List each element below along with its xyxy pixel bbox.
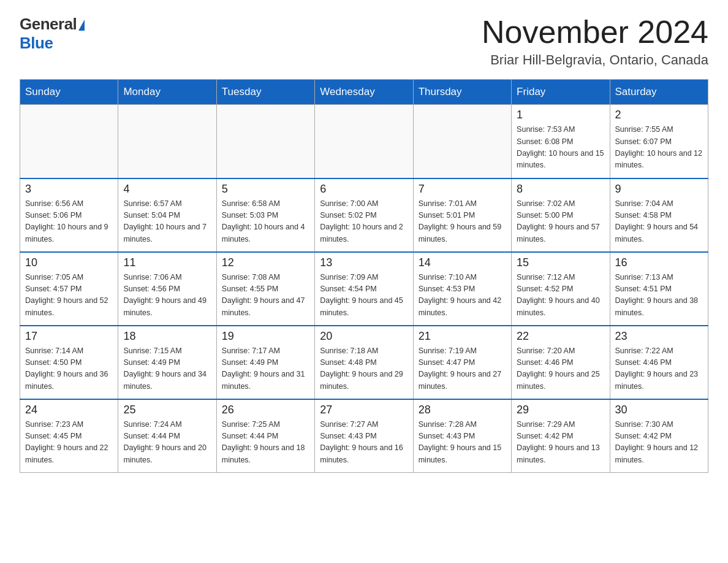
weekday-header-wednesday: Wednesday	[315, 80, 413, 105]
calendar-day-cell: 12Sunrise: 7:08 AMSunset: 4:55 PMDayligh…	[216, 252, 314, 326]
calendar-day-cell: 5Sunrise: 6:58 AMSunset: 5:03 PMDaylight…	[216, 178, 314, 252]
calendar-week-row: 24Sunrise: 7:23 AMSunset: 4:45 PMDayligh…	[20, 399, 708, 473]
calendar-day-cell: 22Sunrise: 7:20 AMSunset: 4:46 PMDayligh…	[512, 326, 610, 399]
page-header: General Blue November 2024 Briar Hill-Be…	[20, 15, 708, 68]
day-info: Sunrise: 7:12 AMSunset: 4:52 PMDaylight:…	[517, 272, 604, 320]
title-block: November 2024 Briar Hill-Belgravia, Onta…	[482, 15, 708, 68]
day-number: 27	[320, 404, 408, 416]
calendar-day-cell: 27Sunrise: 7:27 AMSunset: 4:43 PMDayligh…	[315, 399, 413, 473]
day-info: Sunrise: 7:22 AMSunset: 4:46 PMDaylight:…	[615, 345, 703, 393]
calendar-day-cell	[20, 105, 118, 178]
day-number: 5	[222, 183, 309, 196]
day-info: Sunrise: 7:27 AMSunset: 4:43 PMDaylight:…	[320, 419, 408, 467]
day-number: 19	[222, 330, 309, 343]
calendar-day-cell: 14Sunrise: 7:10 AMSunset: 4:53 PMDayligh…	[413, 252, 511, 326]
day-number: 7	[419, 183, 506, 196]
calendar-day-cell: 6Sunrise: 7:00 AMSunset: 5:02 PMDaylight…	[315, 178, 413, 252]
day-number: 18	[123, 330, 211, 343]
location-title: Briar Hill-Belgravia, Ontario, Canada	[482, 52, 708, 68]
weekday-header-saturday: Saturday	[610, 80, 708, 105]
weekday-header-thursday: Thursday	[413, 80, 511, 105]
calendar-day-cell	[118, 105, 216, 178]
day-info: Sunrise: 7:00 AMSunset: 5:02 PMDaylight:…	[320, 198, 408, 246]
calendar-day-cell: 16Sunrise: 7:13 AMSunset: 4:51 PMDayligh…	[610, 252, 708, 326]
day-number: 16	[615, 256, 703, 269]
day-number: 3	[25, 183, 113, 196]
day-number: 4	[123, 183, 211, 196]
calendar-day-cell: 20Sunrise: 7:18 AMSunset: 4:48 PMDayligh…	[315, 326, 413, 399]
day-info: Sunrise: 6:58 AMSunset: 5:03 PMDaylight:…	[222, 198, 309, 246]
day-info: Sunrise: 7:02 AMSunset: 5:00 PMDaylight:…	[517, 198, 604, 246]
calendar-day-cell: 23Sunrise: 7:22 AMSunset: 4:46 PMDayligh…	[610, 326, 708, 399]
calendar-day-cell: 8Sunrise: 7:02 AMSunset: 5:00 PMDaylight…	[512, 178, 610, 252]
day-info: Sunrise: 7:23 AMSunset: 4:45 PMDaylight:…	[25, 419, 113, 467]
calendar-day-cell: 10Sunrise: 7:05 AMSunset: 4:57 PMDayligh…	[20, 252, 118, 326]
calendar-day-cell	[315, 105, 413, 178]
day-info: Sunrise: 7:05 AMSunset: 4:57 PMDaylight:…	[25, 272, 113, 320]
calendar-week-row: 3Sunrise: 6:56 AMSunset: 5:06 PMDaylight…	[20, 178, 708, 252]
calendar-day-cell: 3Sunrise: 6:56 AMSunset: 5:06 PMDaylight…	[20, 178, 118, 252]
weekday-header-row: SundayMondayTuesdayWednesdayThursdayFrid…	[20, 80, 708, 105]
day-info: Sunrise: 7:10 AMSunset: 4:53 PMDaylight:…	[419, 272, 506, 320]
day-number: 30	[615, 404, 703, 416]
day-info: Sunrise: 7:14 AMSunset: 4:50 PMDaylight:…	[25, 345, 113, 393]
calendar-day-cell: 15Sunrise: 7:12 AMSunset: 4:52 PMDayligh…	[512, 252, 610, 326]
day-info: Sunrise: 7:25 AMSunset: 4:44 PMDaylight:…	[222, 419, 309, 467]
day-info: Sunrise: 6:56 AMSunset: 5:06 PMDaylight:…	[25, 198, 113, 246]
day-number: 13	[320, 256, 408, 269]
day-info: Sunrise: 7:30 AMSunset: 4:42 PMDaylight:…	[615, 419, 703, 467]
calendar-day-cell: 13Sunrise: 7:09 AMSunset: 4:54 PMDayligh…	[315, 252, 413, 326]
calendar-day-cell: 26Sunrise: 7:25 AMSunset: 4:44 PMDayligh…	[216, 399, 314, 473]
logo-general-text: General	[20, 15, 77, 34]
calendar-day-cell: 24Sunrise: 7:23 AMSunset: 4:45 PMDayligh…	[20, 399, 118, 473]
day-info: Sunrise: 6:57 AMSunset: 5:04 PMDaylight:…	[123, 198, 211, 246]
day-number: 9	[615, 183, 703, 196]
logo-blue-text: Blue	[20, 34, 53, 53]
day-number: 11	[123, 256, 211, 269]
day-info: Sunrise: 7:28 AMSunset: 4:43 PMDaylight:…	[419, 419, 506, 467]
day-info: Sunrise: 7:53 AMSunset: 6:08 PMDaylight:…	[517, 124, 604, 172]
calendar-day-cell: 28Sunrise: 7:28 AMSunset: 4:43 PMDayligh…	[413, 399, 511, 473]
day-number: 23	[615, 330, 703, 343]
day-number: 24	[25, 404, 113, 416]
day-info: Sunrise: 7:18 AMSunset: 4:48 PMDaylight:…	[320, 345, 408, 393]
day-number: 2	[615, 109, 703, 121]
calendar-day-cell: 9Sunrise: 7:04 AMSunset: 4:58 PMDaylight…	[610, 178, 708, 252]
calendar-day-cell: 2Sunrise: 7:55 AMSunset: 6:07 PMDaylight…	[610, 105, 708, 178]
day-number: 15	[517, 256, 604, 269]
day-info: Sunrise: 7:06 AMSunset: 4:56 PMDaylight:…	[123, 272, 211, 320]
day-info: Sunrise: 7:24 AMSunset: 4:44 PMDaylight:…	[123, 419, 211, 467]
calendar-day-cell	[413, 105, 511, 178]
day-info: Sunrise: 7:01 AMSunset: 5:01 PMDaylight:…	[419, 198, 506, 246]
calendar-day-cell: 1Sunrise: 7:53 AMSunset: 6:08 PMDaylight…	[512, 105, 610, 178]
day-info: Sunrise: 7:09 AMSunset: 4:54 PMDaylight:…	[320, 272, 408, 320]
day-info: Sunrise: 7:13 AMSunset: 4:51 PMDaylight:…	[615, 272, 703, 320]
calendar-day-cell: 30Sunrise: 7:30 AMSunset: 4:42 PMDayligh…	[610, 399, 708, 473]
calendar-week-row: 17Sunrise: 7:14 AMSunset: 4:50 PMDayligh…	[20, 326, 708, 399]
day-number: 29	[517, 404, 604, 416]
day-number: 21	[419, 330, 506, 343]
day-number: 26	[222, 404, 309, 416]
day-info: Sunrise: 7:20 AMSunset: 4:46 PMDaylight:…	[517, 345, 604, 393]
logo: General Blue	[20, 15, 85, 53]
calendar-week-row: 10Sunrise: 7:05 AMSunset: 4:57 PMDayligh…	[20, 252, 708, 326]
calendar-day-cell: 29Sunrise: 7:29 AMSunset: 4:42 PMDayligh…	[512, 399, 610, 473]
day-number: 8	[517, 183, 604, 196]
calendar-day-cell: 17Sunrise: 7:14 AMSunset: 4:50 PMDayligh…	[20, 326, 118, 399]
calendar-week-row: 1Sunrise: 7:53 AMSunset: 6:08 PMDaylight…	[20, 105, 708, 178]
day-info: Sunrise: 7:15 AMSunset: 4:49 PMDaylight:…	[123, 345, 211, 393]
day-info: Sunrise: 7:29 AMSunset: 4:42 PMDaylight:…	[517, 419, 604, 467]
day-number: 1	[517, 109, 604, 121]
day-info: Sunrise: 7:19 AMSunset: 4:47 PMDaylight:…	[419, 345, 506, 393]
day-number: 12	[222, 256, 309, 269]
calendar-day-cell	[216, 105, 314, 178]
calendar-day-cell: 4Sunrise: 6:57 AMSunset: 5:04 PMDaylight…	[118, 178, 216, 252]
day-number: 28	[419, 404, 506, 416]
day-number: 20	[320, 330, 408, 343]
weekday-header-friday: Friday	[512, 80, 610, 105]
day-info: Sunrise: 7:17 AMSunset: 4:49 PMDaylight:…	[222, 345, 309, 393]
calendar-table: SundayMondayTuesdayWednesdayThursdayFrid…	[20, 79, 708, 473]
day-info: Sunrise: 7:04 AMSunset: 4:58 PMDaylight:…	[615, 198, 703, 246]
weekday-header-monday: Monday	[118, 80, 216, 105]
calendar-day-cell: 25Sunrise: 7:24 AMSunset: 4:44 PMDayligh…	[118, 399, 216, 473]
